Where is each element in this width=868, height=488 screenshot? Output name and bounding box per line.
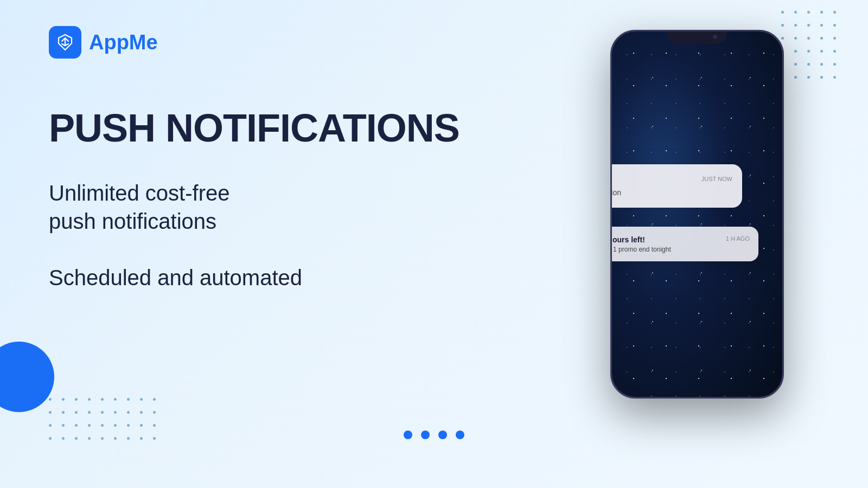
dot — [75, 411, 78, 414]
dot — [140, 411, 143, 414]
dot — [62, 411, 65, 414]
carousel-dot-2[interactable] — [421, 431, 430, 439]
dot — [820, 11, 823, 14]
notification-card-1: New Arrivals JUST NOW Check out new 2024… — [610, 164, 742, 208]
dot-grid-bottom-left — [49, 398, 161, 445]
dot — [781, 11, 784, 14]
main-heading: PUSH NOTIFICATIONS — [49, 108, 459, 147]
phone-notch — [667, 31, 727, 43]
dot — [75, 424, 78, 427]
dot — [153, 411, 156, 414]
dot — [833, 76, 836, 79]
dot — [153, 424, 156, 427]
dot — [127, 437, 130, 440]
dot — [153, 437, 156, 440]
carousel-dots — [404, 431, 464, 439]
dot — [114, 411, 117, 414]
feature1-text: Unlimited cost-free push notifications — [49, 179, 229, 235]
phone-mute-button — [610, 86, 611, 102]
dot — [820, 63, 823, 66]
dot — [101, 437, 104, 440]
dot — [807, 63, 810, 66]
dot — [820, 37, 823, 40]
dot — [62, 424, 65, 427]
dot — [62, 398, 65, 401]
dot — [127, 398, 130, 401]
dot — [833, 63, 836, 66]
dot — [140, 424, 143, 427]
notification-1-body: Check out new 2024 Collection — [610, 188, 732, 197]
dot — [794, 50, 797, 53]
dot — [75, 398, 78, 401]
carousel-dot-3[interactable] — [438, 431, 447, 439]
phone-mockup: New Arrivals JUST NOW Check out new 2024… — [610, 30, 784, 399]
dot — [114, 424, 117, 427]
notification-2-content: Last 5 hours left! 1 H AGO Buy 1 get 1 p… — [610, 235, 750, 253]
dot — [127, 411, 130, 414]
dot — [88, 437, 91, 440]
notification-2-title: Last 5 hours left! — [610, 235, 645, 244]
dot — [62, 437, 65, 440]
notification-2-body: Buy 1 get 1 promo end tonight — [610, 246, 750, 253]
phone-volume-up-button — [610, 110, 611, 137]
phone-screen — [612, 31, 782, 397]
dot — [794, 63, 797, 66]
dot — [807, 24, 810, 27]
dot — [833, 11, 836, 14]
notification-card-2: Last 5 hours left! 1 H AGO Buy 1 get 1 p… — [610, 227, 758, 261]
carousel-dot-4[interactable] — [456, 431, 464, 439]
feature2-text: Scheduled and automated — [49, 266, 302, 290]
dot — [127, 424, 130, 427]
dot — [833, 24, 836, 27]
dot — [114, 437, 117, 440]
carousel-dot-1[interactable] — [404, 431, 412, 439]
dot — [807, 37, 810, 40]
dot — [820, 76, 823, 79]
dot — [820, 24, 823, 27]
dot-grid-top-right — [781, 11, 841, 84]
notification-1-content: New Arrivals JUST NOW Check out new 2024… — [610, 176, 732, 197]
dot — [101, 398, 104, 401]
phone-power-button — [783, 107, 784, 140]
dot — [114, 398, 117, 401]
dot — [833, 37, 836, 40]
dot — [781, 24, 784, 27]
dot — [807, 76, 810, 79]
dot — [101, 411, 104, 414]
notification-1-time: JUST NOW — [701, 176, 732, 182]
dot — [140, 437, 143, 440]
dot — [153, 398, 156, 401]
logo-area: AppMe — [49, 26, 158, 59]
notification-2-header: Last 5 hours left! 1 H AGO — [610, 235, 750, 244]
dot — [794, 76, 797, 79]
dot — [794, 37, 797, 40]
dot — [807, 11, 810, 14]
dot — [807, 50, 810, 53]
dot — [88, 424, 91, 427]
logo-icon — [49, 26, 81, 59]
dot — [794, 24, 797, 27]
logo-text: AppMe — [89, 31, 158, 54]
dot — [88, 398, 91, 401]
dot — [75, 437, 78, 440]
dot — [820, 50, 823, 53]
dot — [101, 424, 104, 427]
blue-circle-decoration — [0, 342, 54, 412]
dot — [49, 437, 52, 440]
dot — [88, 411, 91, 414]
phone-body: New Arrivals JUST NOW Check out new 2024… — [610, 30, 784, 399]
dot — [49, 411, 52, 414]
dot — [49, 398, 52, 401]
dot — [833, 50, 836, 53]
dot — [49, 424, 52, 427]
dot — [794, 11, 797, 14]
notification-1-header: New Arrivals JUST NOW — [610, 176, 732, 187]
dot — [140, 398, 143, 401]
notification-2-time: 1 H AGO — [726, 235, 750, 242]
phone-volume-down-button — [610, 143, 611, 170]
